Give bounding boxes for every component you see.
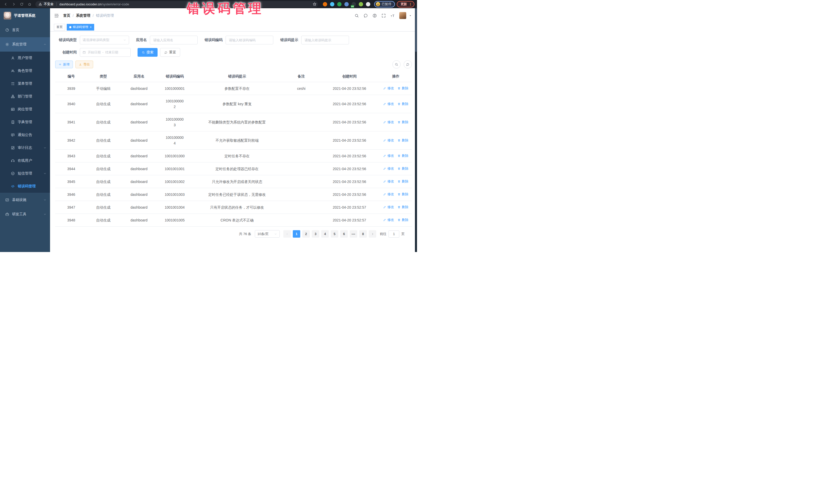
dark-list-extension-icon[interactable]: on (352, 2, 356, 6)
blue-grid-extension-icon[interactable] (344, 2, 349, 6)
sidebar-item-dict[interactable]: 字典管理 (0, 116, 50, 129)
tags-view-bar: 首页错误码管理× (50, 23, 417, 31)
breadcrumb-item[interactable]: 首页 (63, 13, 70, 18)
search-button[interactable]: 搜索 (137, 48, 158, 57)
address-bar[interactable]: 不安全 dashboard.yudao.iocoder.cn/system/er… (36, 1, 318, 7)
cell-time: 2021-04-20 23:52:57 (319, 201, 380, 214)
sidebar-item-role[interactable]: 角色管理 (0, 64, 50, 77)
sidebar-item-online-user[interactable]: 在线用户 (0, 154, 50, 167)
trash-icon (397, 103, 400, 106)
help-icon[interactable] (372, 13, 377, 18)
app-logo[interactable]: 芋道管理系统 (0, 8, 50, 23)
sidebar-item-dept[interactable]: 部门管理 (0, 90, 50, 103)
delete-link[interactable]: 删除 (397, 179, 408, 184)
delete-link[interactable]: 删除 (397, 217, 408, 223)
refresh-table-button[interactable] (404, 60, 412, 68)
bookmark-star-icon[interactable] (312, 2, 317, 6)
orange-ring-extension-icon[interactable] (323, 2, 327, 6)
edit-link[interactable]: 修改 (383, 217, 394, 223)
goto-page-input[interactable] (389, 231, 399, 238)
sidebar-item-audit-log[interactable]: 审计日志 (0, 141, 50, 154)
app-name-input[interactable] (150, 36, 198, 44)
edit-link[interactable]: 修改 (383, 153, 394, 159)
delete-link[interactable]: 删除 (397, 153, 408, 159)
profile-paused-pill[interactable]: 已暂停 (374, 1, 395, 7)
github-icon[interactable] (364, 13, 368, 18)
date-range-picker[interactable]: 开始日期 - 结束日期 (80, 48, 131, 57)
green-check-extension-icon[interactable] (337, 2, 342, 6)
edit-link[interactable]: 修改 (383, 192, 394, 197)
sidebar-item-menu[interactable]: 菜单管理 (0, 77, 50, 90)
edit-link[interactable]: 修改 (383, 166, 394, 171)
reset-button[interactable]: 重置 (160, 48, 180, 57)
toggle-search-button[interactable] (392, 60, 400, 68)
sidebar-item-system[interactable]: 系统管理 (0, 37, 50, 51)
sidebar-item-user[interactable]: 用户管理 (0, 51, 50, 64)
pagination-ellipsis[interactable]: ••• (350, 230, 357, 238)
error-code-input[interactable] (225, 36, 273, 44)
browser-update-button[interactable]: 更新 ⋮ (397, 1, 414, 7)
fullscreen-icon[interactable] (381, 13, 386, 18)
delete-link[interactable]: 删除 (397, 204, 408, 210)
browser-reload-button[interactable] (19, 1, 25, 7)
sidebar-item-infra[interactable]: 基础设施 (0, 193, 50, 207)
scrollbar-thumb[interactable] (415, 8, 417, 52)
edit-link[interactable]: 修改 (383, 204, 394, 210)
browser-forward-button[interactable] (10, 1, 17, 7)
edit-link[interactable]: 修改 (383, 85, 394, 91)
delete-link[interactable]: 删除 (397, 85, 408, 91)
green-bolt-extension-icon[interactable] (359, 2, 363, 6)
white-puzzle-extension-icon[interactable] (366, 2, 370, 6)
sidebar-item-notice[interactable]: 通知公告 (0, 129, 50, 141)
sidebar-item-dev-tool[interactable]: 研发工具 (0, 207, 50, 221)
pagination-page-2[interactable]: 2 (302, 230, 310, 238)
cell-id: 3945 (55, 175, 87, 188)
error-msg-input[interactable] (301, 36, 349, 44)
tab-home[interactable]: 首页 (54, 24, 65, 30)
delete-link[interactable]: 删除 (397, 119, 408, 125)
sidebar-item-error-code[interactable]: 错误码管理 (0, 180, 50, 193)
pagination-page-1[interactable]: 1 (293, 230, 300, 238)
pagination-page-6[interactable]: 6 (340, 230, 348, 238)
add-button[interactable]: 新增 (55, 61, 73, 68)
font-size-icon[interactable]: TT (390, 13, 395, 18)
browser-home-button[interactable] (26, 1, 32, 7)
edit-link[interactable]: 修改 (383, 179, 394, 184)
sidebar-item-label: 菜单管理 (18, 81, 46, 86)
edit-icon (383, 193, 386, 196)
delete-link[interactable]: 删除 (397, 192, 408, 197)
breadcrumb-item[interactable]: 系统管理 (76, 13, 90, 18)
sidebar-item-sms[interactable]: 短信管理 (0, 167, 50, 180)
pagination-page-3[interactable]: 3 (312, 230, 319, 238)
pagination-page-5[interactable]: 5 (331, 230, 338, 238)
delete-link[interactable]: 删除 (397, 137, 408, 143)
edit-link[interactable]: 修改 (383, 137, 394, 143)
hamburger-icon[interactable] (54, 13, 59, 18)
export-button[interactable]: 导出 (75, 61, 93, 68)
browser-kebab-menu-icon[interactable]: ⋮ (409, 2, 412, 6)
pagination-page-8[interactable]: 8 (359, 230, 367, 238)
page-size-select[interactable]: 10条/页 (255, 230, 280, 238)
tab-label: 错误码管理 (73, 25, 88, 29)
pagination-next-button[interactable] (369, 230, 376, 238)
user-avatar[interactable] (399, 12, 406, 19)
sidebar-item-post[interactable]: 岗位管理 (0, 103, 50, 116)
edit-link[interactable]: 修改 (383, 119, 394, 125)
delete-link[interactable]: 删除 (397, 166, 408, 171)
pagination-prev-button[interactable] (283, 230, 291, 238)
edit-link[interactable]: 修改 (383, 101, 394, 107)
cell-type: 自动生成 (87, 131, 119, 150)
user-caret-down-icon[interactable] (409, 14, 412, 17)
blue-gem-extension-icon[interactable] (330, 2, 334, 6)
pagination-page-4[interactable]: 4 (321, 230, 329, 238)
browser-back-button[interactable] (3, 1, 9, 7)
page-scrollbar[interactable] (415, 8, 417, 252)
delete-link[interactable]: 删除 (397, 101, 408, 107)
sidebar-item-home[interactable]: 首页 (0, 23, 50, 37)
filter-create-time: 创建时间 开始日期 - 结束日期 (55, 48, 131, 57)
security-status[interactable]: 不安全 (39, 2, 53, 6)
tab-error-code[interactable]: 错误码管理× (67, 24, 94, 30)
error-type-select[interactable]: 请选择错误码类型 (80, 36, 129, 44)
header-search-icon[interactable] (354, 13, 359, 18)
tab-close-icon[interactable]: × (90, 26, 92, 29)
